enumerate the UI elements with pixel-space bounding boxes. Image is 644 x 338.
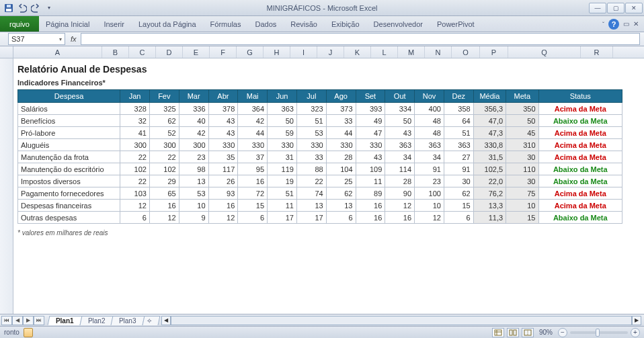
cell-media[interactable]: 31,5 [473, 151, 506, 163]
cell-status[interactable]: Abaixo da Meta [538, 115, 622, 127]
cell-value[interactable]: 12 [385, 200, 415, 212]
hscroll-left[interactable]: ◀ [161, 316, 171, 325]
cell-value[interactable]: 114 [385, 163, 415, 175]
cell-meta[interactable]: 50 [506, 115, 538, 127]
cell-value[interactable]: 16 [356, 212, 385, 224]
zoom-out-button[interactable]: − [558, 328, 567, 337]
cell-value[interactable]: 364 [238, 103, 268, 115]
cell-name[interactable]: Pagamento fornecedores [18, 187, 120, 200]
cell-name[interactable]: Benefícios [18, 115, 120, 127]
cell-meta[interactable]: 10 [506, 200, 538, 212]
cell-value[interactable]: 53 [296, 127, 326, 139]
cell-meta[interactable]: 75 [506, 187, 538, 200]
row-headers[interactable] [0, 58, 13, 316]
cell-value[interactable]: 330 [238, 139, 268, 151]
cell-value[interactable]: 28 [326, 151, 356, 163]
cell-status[interactable]: Acima da Meta [538, 187, 622, 200]
fx-label[interactable]: fx [67, 35, 81, 43]
column-header-H[interactable]: H [264, 46, 290, 58]
header-media[interactable]: Média [473, 90, 506, 103]
cell-value[interactable]: 22 [120, 175, 150, 187]
cell-meta[interactable]: 15 [506, 212, 538, 224]
cell-value[interactable]: 6 [238, 212, 268, 224]
cell-value[interactable]: 358 [444, 103, 473, 115]
new-sheet-tab[interactable]: ✧ [142, 316, 160, 325]
cell-value[interactable]: 102 [120, 163, 150, 175]
cell-status[interactable]: Abaixo da Meta [538, 175, 622, 187]
header-nov[interactable]: Nov [415, 90, 444, 103]
column-header-F[interactable]: F [210, 46, 237, 58]
cell-value[interactable]: 363 [444, 139, 473, 151]
cell-value[interactable]: 109 [356, 163, 385, 175]
cell-value[interactable]: 12 [415, 212, 444, 224]
cell-value[interactable]: 11 [356, 175, 385, 187]
hscroll-right[interactable]: ▶ [632, 316, 641, 325]
cell-media[interactable]: 13,3 [473, 200, 506, 212]
cell-value[interactable]: 31 [268, 151, 297, 163]
macro-record-icon[interactable] [24, 328, 33, 337]
table-row[interactable]: Despesas financeiras12161016151113131612… [18, 200, 622, 212]
cell-status[interactable]: Abaixo da Meta [538, 163, 622, 175]
cell-value[interactable]: 11 [268, 200, 297, 212]
column-header-N[interactable]: N [425, 46, 452, 58]
cell-value[interactable]: 16 [149, 200, 179, 212]
cell-value[interactable]: 22 [120, 151, 150, 163]
column-header-G[interactable]: G [237, 46, 264, 58]
cell-value[interactable]: 373 [326, 103, 356, 115]
cell-value[interactable]: 26 [208, 175, 238, 187]
ribbon-tab-página-inicial[interactable]: Página Inicial [39, 16, 97, 32]
ribbon-tab-fórmulas[interactable]: Fórmulas [204, 16, 249, 32]
cell-value[interactable]: 64 [444, 115, 473, 127]
cell-value[interactable]: 13 [179, 175, 208, 187]
cell-name[interactable]: Salários [18, 103, 120, 115]
cell-value[interactable]: 42 [179, 127, 208, 139]
worksheet-grid[interactable]: Relatório Anual de Despesas Indicadores … [0, 58, 644, 316]
ribbon-tab-desenvolvedor[interactable]: Desenvolvedor [367, 16, 430, 32]
column-header-C[interactable]: C [129, 46, 156, 58]
cell-value[interactable]: 53 [179, 187, 208, 200]
table-row[interactable]: Outras despesas612912617176161612611,315… [18, 212, 622, 224]
cell-value[interactable]: 65 [149, 187, 179, 200]
table-row[interactable]: Pró-labore41524243445953444743485147,345… [18, 127, 622, 139]
view-page-layout-button[interactable] [507, 328, 519, 337]
cell-value[interactable]: 49 [356, 115, 385, 127]
help-icon[interactable]: ? [608, 19, 619, 30]
cell-value[interactable]: 52 [149, 127, 179, 139]
table-row[interactable]: Pagamento fornecedores103655393725174628… [18, 187, 622, 200]
cell-value[interactable]: 35 [208, 151, 238, 163]
column-header-B[interactable]: B [102, 46, 129, 58]
column-header-O[interactable]: O [452, 46, 480, 58]
cell-value[interactable]: 29 [149, 175, 179, 187]
cell-name[interactable]: Despesas financeiras [18, 200, 120, 212]
cell-value[interactable]: 6 [120, 212, 150, 224]
cell-value[interactable]: 400 [415, 103, 444, 115]
header-despesa[interactable]: Despesa [18, 90, 120, 103]
header-abr[interactable]: Abr [208, 90, 238, 103]
cell-value[interactable]: 12 [149, 212, 179, 224]
cell-name[interactable]: Manutenção do escritório [18, 163, 120, 175]
cell-status[interactable]: Abaixo da Meta [538, 212, 622, 224]
cell-value[interactable]: 33 [296, 151, 326, 163]
cell-value[interactable]: 28 [385, 175, 415, 187]
column-header-L[interactable]: L [371, 46, 398, 58]
cell-value[interactable]: 47 [356, 127, 385, 139]
cell-value[interactable]: 19 [268, 175, 297, 187]
ribbon-tab-dados[interactable]: Dados [248, 16, 284, 32]
formula-input[interactable] [81, 33, 640, 45]
column-header-M[interactable]: M [398, 46, 425, 58]
view-page-break-button[interactable] [522, 328, 534, 337]
cell-value[interactable]: 41 [120, 127, 150, 139]
close-button[interactable]: ✕ [625, 3, 643, 13]
cell-value[interactable]: 16 [356, 200, 385, 212]
cell-value[interactable]: 330 [268, 139, 297, 151]
cell-value[interactable]: 33 [326, 115, 356, 127]
column-header-D[interactable]: D [156, 46, 183, 58]
cell-meta[interactable]: 30 [506, 175, 538, 187]
cell-value[interactable]: 30 [444, 175, 473, 187]
cell-value[interactable]: 12 [208, 212, 238, 224]
cell-media[interactable]: 47,0 [473, 115, 506, 127]
cell-name[interactable]: Outras despesas [18, 212, 120, 224]
cell-value[interactable]: 62 [149, 115, 179, 127]
cell-name[interactable]: Aluguéis [18, 139, 120, 151]
cell-meta[interactable]: 30 [506, 151, 538, 163]
